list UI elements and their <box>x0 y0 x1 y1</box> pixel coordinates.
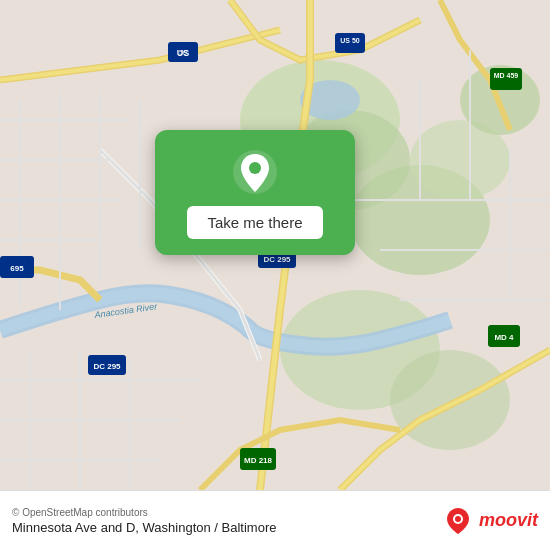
svg-text:695: 695 <box>10 264 24 273</box>
bottom-bar: © OpenStreetMap contributors Minnesota A… <box>0 490 550 550</box>
svg-point-8 <box>390 350 510 450</box>
map-container: US 50 US 50 MD 459 DC 295 DC 295 MD 4 MD… <box>0 0 550 490</box>
svg-text:MD 4: MD 4 <box>494 333 514 342</box>
moovit-label: moovit <box>479 510 538 531</box>
moovit-icon <box>443 506 473 536</box>
location-label: Minnesota Ave and D, Washington / Baltim… <box>12 520 276 535</box>
moovit-logo: moovit <box>443 506 538 536</box>
svg-text:US 50: US 50 <box>340 37 360 44</box>
svg-text:DC 295: DC 295 <box>93 362 121 371</box>
svg-text:50: 50 <box>179 49 187 56</box>
svg-text:MD 459: MD 459 <box>494 72 519 79</box>
svg-text:MD 218: MD 218 <box>244 456 273 465</box>
popup-card[interactable]: Take me there <box>155 130 355 255</box>
svg-point-51 <box>455 516 461 522</box>
take-me-there-button[interactable]: Take me there <box>187 206 322 239</box>
location-pin-icon <box>231 148 279 196</box>
svg-text:DC 295: DC 295 <box>263 255 291 264</box>
copyright-text: © OpenStreetMap contributors <box>12 507 276 518</box>
svg-point-49 <box>249 162 261 174</box>
bottom-info: © OpenStreetMap contributors Minnesota A… <box>12 507 276 535</box>
